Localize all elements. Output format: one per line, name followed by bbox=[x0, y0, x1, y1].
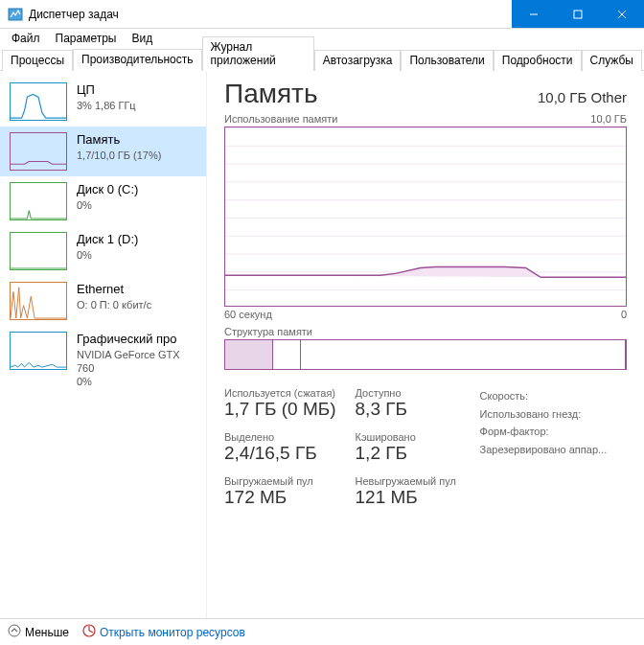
sidebar-text: Диск 1 (D:) 0% bbox=[77, 232, 138, 262]
sidebar-item-cpu[interactable]: ЦП 3% 1,86 ГГц bbox=[0, 77, 206, 127]
info-speed: Скорость: bbox=[480, 387, 608, 405]
svg-line-9 bbox=[89, 631, 93, 633]
stat-cached-label: Кэшировано bbox=[356, 431, 461, 443]
sidebar-cpu-label: ЦП bbox=[77, 82, 136, 99]
sidebar-gpu-label: Графический про bbox=[77, 332, 196, 348]
tab-processes[interactable]: Процессы bbox=[2, 50, 73, 71]
stat-available-value: 8,3 ГБ bbox=[356, 399, 461, 420]
tab-performance[interactable]: Производительность bbox=[73, 49, 201, 71]
open-resource-monitor-label: Открыть монитор ресурсов bbox=[100, 626, 245, 639]
stat-nonpaged-value: 121 МБ bbox=[356, 487, 461, 508]
stat-nonpaged-label: Невыгружаемый пул bbox=[356, 475, 461, 487]
fewer-details-label: Меньше bbox=[25, 626, 69, 639]
svg-point-6 bbox=[9, 625, 20, 636]
chart-ylim-label: 10,0 ГБ bbox=[590, 113, 627, 125]
tab-app-history[interactable]: Журнал приложений bbox=[202, 36, 314, 71]
menu-bar: Файл Параметры Вид bbox=[0, 29, 644, 48]
sidebar-text: Память 1,7/10,0 ГБ (17%) bbox=[77, 132, 161, 162]
stats-col-info: Скорость: Использовано гнезд: Форм-факто… bbox=[480, 387, 608, 508]
window-controls bbox=[512, 0, 644, 28]
sidebar-text: Диск 0 (C:) 0% bbox=[77, 182, 138, 212]
stat-paged-value: 172 МБ bbox=[224, 487, 336, 508]
tab-strip: Процессы Производительность Журнал прило… bbox=[0, 48, 644, 71]
status-bar: Меньше Открыть монитор ресурсов bbox=[0, 618, 644, 645]
tab-services[interactable]: Службы bbox=[582, 50, 642, 71]
sidebar-item-disk0[interactable]: Диск 0 (C:) 0% bbox=[0, 176, 206, 226]
app-icon bbox=[8, 7, 23, 22]
disk-spark-icon bbox=[10, 232, 67, 270]
sidebar-item-gpu[interactable]: Графический про NVIDIA GeForce GTX 760 0… bbox=[0, 326, 206, 395]
info-slots: Использовано гнезд: bbox=[480, 405, 608, 424]
sidebar-disk0-sub: 0% bbox=[77, 198, 138, 212]
cpu-spark-icon bbox=[10, 82, 67, 121]
composition-in-use bbox=[225, 340, 273, 369]
info-form: Форм-фактор: bbox=[480, 423, 608, 441]
menu-view[interactable]: Вид bbox=[124, 30, 160, 47]
svg-rect-2 bbox=[574, 11, 582, 18]
sidebar-text: ЦП 3% 1,86 ГГц bbox=[77, 82, 136, 112]
chart-x-right: 0 bbox=[621, 309, 627, 320]
stat-committed-value: 2,4/16,5 ГБ bbox=[224, 443, 336, 464]
performance-detail: Память 10,0 ГБ Other Использование памят… bbox=[207, 71, 644, 618]
sidebar-text: Графический про NVIDIA GeForce GTX 760 0… bbox=[77, 332, 196, 389]
memory-spark-icon bbox=[10, 132, 67, 171]
sidebar-item-memory[interactable]: Память 1,7/10,0 ГБ (17%) bbox=[0, 127, 206, 176]
composition-free bbox=[301, 340, 626, 369]
chart-x-left: 60 секунд bbox=[224, 309, 272, 320]
sidebar-ethernet-sub: О: 0 П: 0 кбит/с bbox=[77, 298, 151, 311]
fewer-details-button[interactable]: Меньше bbox=[8, 624, 69, 640]
minimize-button[interactable] bbox=[512, 0, 556, 28]
sidebar-disk1-sub: 0% bbox=[77, 248, 138, 262]
sidebar-memory-sub: 1,7/10,0 ГБ (17%) bbox=[77, 149, 161, 162]
tab-startup[interactable]: Автозагрузка bbox=[314, 50, 402, 71]
stat-available-label: Доступно bbox=[356, 387, 461, 399]
chart-usage-label: Использование памяти bbox=[224, 113, 337, 125]
info-reserved: Зарезервировано аппар... bbox=[480, 441, 608, 459]
composition-label: Структура памяти bbox=[224, 326, 627, 337]
memory-composition-bar bbox=[224, 339, 627, 370]
composition-modified bbox=[273, 340, 301, 369]
stat-cached-value: 1,2 ГБ bbox=[356, 443, 461, 464]
stat-inuse-label: Используется (сжатая) bbox=[224, 387, 336, 399]
sidebar-memory-label: Память bbox=[77, 132, 161, 149]
stats-col-1: Используется (сжатая)1,7 ГБ (0 МБ) Выдел… bbox=[224, 387, 336, 508]
content-area: ЦП 3% 1,86 ГГц Память 1,7/10,0 ГБ (17%) … bbox=[0, 71, 644, 618]
sidebar-disk0-label: Диск 0 (C:) bbox=[77, 182, 138, 198]
chart-top-labels: Использование памяти 10,0 ГБ bbox=[224, 113, 627, 125]
network-spark-icon bbox=[10, 282, 67, 320]
tab-details[interactable]: Подробности bbox=[494, 50, 582, 71]
stat-committed-label: Выделено bbox=[224, 431, 336, 443]
stat-paged-label: Выгружаемый пул bbox=[224, 475, 336, 487]
maximize-button[interactable] bbox=[556, 0, 600, 28]
stats-col-2: Доступно8,3 ГБ Кэшировано1,2 ГБ Невыгруж… bbox=[356, 387, 461, 508]
menu-options[interactable]: Параметры bbox=[48, 30, 125, 47]
memory-capacity: 10,0 ГБ Other bbox=[538, 89, 627, 105]
sidebar-gpu-sub2: 0% bbox=[77, 375, 196, 388]
detail-header: Память 10,0 ГБ Other bbox=[224, 79, 627, 109]
sidebar-text: Ethernet О: 0 П: 0 кбит/с bbox=[77, 282, 151, 311]
close-button[interactable] bbox=[600, 0, 644, 28]
sidebar-disk1-label: Диск 1 (D:) bbox=[77, 232, 138, 248]
disk-spark-icon bbox=[10, 182, 67, 220]
page-title: Память bbox=[224, 79, 318, 109]
window-title: Диспетчер задач bbox=[29, 8, 512, 21]
chart-x-labels: 60 секунд 0 bbox=[224, 309, 627, 320]
stat-inuse-value: 1,7 ГБ (0 МБ) bbox=[224, 399, 336, 420]
menu-file[interactable]: Файл bbox=[4, 30, 48, 47]
sidebar-gpu-sub1: NVIDIA GeForce GTX 760 bbox=[77, 348, 196, 376]
open-resource-monitor-link[interactable]: Открыть монитор ресурсов bbox=[82, 624, 245, 640]
sidebar-ethernet-label: Ethernet bbox=[77, 282, 151, 298]
tab-users[interactable]: Пользователи bbox=[401, 50, 493, 71]
sidebar-item-disk1[interactable]: Диск 1 (D:) 0% bbox=[0, 226, 206, 276]
sidebar-item-ethernet[interactable]: Ethernet О: 0 П: 0 кбит/с bbox=[0, 276, 206, 326]
gpu-spark-icon bbox=[10, 332, 67, 370]
sidebar-cpu-sub: 3% 1,86 ГГц bbox=[77, 99, 136, 112]
title-bar: Диспетчер задач bbox=[0, 0, 644, 29]
resource-monitor-icon bbox=[82, 624, 96, 640]
memory-stats: Используется (сжатая)1,7 ГБ (0 МБ) Выдел… bbox=[224, 387, 627, 508]
performance-sidebar: ЦП 3% 1,86 ГГц Память 1,7/10,0 ГБ (17%) … bbox=[0, 71, 207, 618]
chevron-up-circle-icon bbox=[8, 624, 21, 640]
memory-usage-chart bbox=[224, 127, 627, 307]
